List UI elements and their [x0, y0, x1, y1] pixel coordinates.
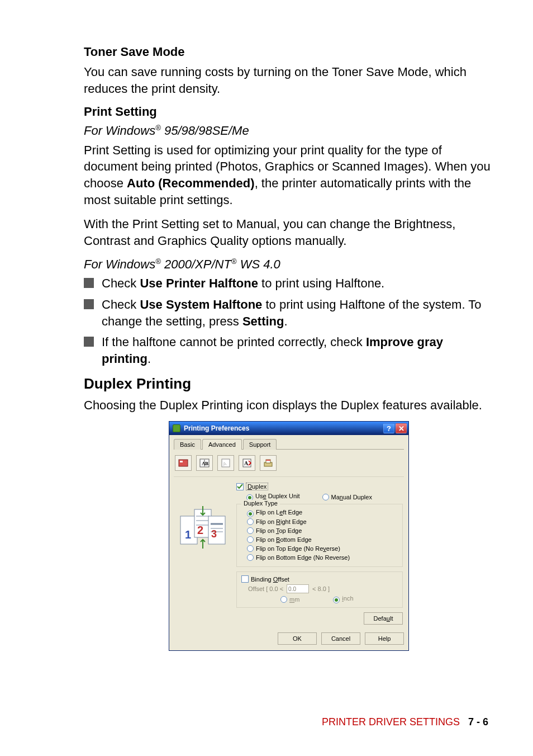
duplex-checkbox[interactable] [236, 483, 244, 490]
registered-mark-2: ® [155, 257, 161, 266]
svg-text:A: A [244, 460, 249, 466]
b3b: . [147, 352, 151, 366]
duplex-preview: 1 2 3 [175, 483, 231, 625]
flip-right-edge-radio[interactable]: Flip on Right EdgeFlip on Right Edge [247, 517, 398, 525]
text-windows-nt: For Windows® 2000/XP/NT® WS 4.0 [84, 257, 494, 272]
svg-rect-0 [179, 460, 188, 466]
win2-mid: 2000/XP/NT [161, 257, 231, 271]
svg-rect-12 [266, 460, 270, 461]
win2-post: WS 4.0 [237, 257, 280, 271]
registered-mark: ® [155, 124, 161, 132]
win1-pre: For Windows [84, 124, 155, 138]
b2a: Check [102, 297, 140, 311]
tab-advanced[interactable]: Advanced [202, 439, 242, 450]
titlebar-help-button[interactable]: ? [383, 423, 394, 433]
svg-text:3: 3 [211, 528, 217, 540]
dialog-title: Printing Preferences [184, 424, 249, 432]
toolbar-icon-watermark[interactable]: A [217, 455, 234, 471]
bullet-list: Check Use Printer Halftone to print usin… [84, 275, 494, 367]
toolbar-icon-1[interactable] [175, 455, 192, 471]
printing-preferences-dialog: Printing Preferences ? ✕ Basic Advanced … [169, 421, 409, 651]
win2-pre: For Windows [84, 257, 155, 271]
list-item: If the halftone cannot be printed correc… [84, 334, 494, 367]
help-button[interactable]: Help [365, 632, 404, 645]
svg-text:B: B [205, 461, 208, 466]
cancel-button[interactable]: Cancel [321, 632, 360, 645]
offset-range-pre: Offset [ 0.0 < [248, 585, 283, 592]
text-duplex-printing: Choosing the Duplex Printing icon displa… [84, 397, 494, 414]
duplex-type-title: Duplex Type [241, 500, 280, 507]
manual-duplex-radio[interactable]: Manual DuplexManual Duplex [322, 493, 372, 500]
toolbar-icon-page-setting[interactable]: A [239, 455, 255, 471]
use-duplex-unit-radio[interactable]: Use Duplex UnitUse Duplex Unit [246, 493, 300, 500]
binding-offset-label: Binding OffsetBinding Offset [251, 576, 289, 583]
svg-text:2: 2 [197, 524, 203, 536]
ps-p1-bold: Auto (Recommended) [127, 176, 255, 190]
b2c: . [284, 314, 288, 328]
heading-print-setting: Print Setting [84, 105, 494, 119]
unit-mm-radio[interactable]: mmmm [280, 595, 299, 603]
text-print-setting-p1: Print Setting is used for optimizing you… [84, 142, 494, 209]
list-item: Check Use System Halftone to print using… [84, 296, 494, 329]
tab-bar: Basic Advanced Support [174, 438, 404, 450]
toolbar-icon-device-options[interactable] [260, 455, 277, 471]
flip-left-edge-radio[interactable]: Flip on Left EdgeFlip on Left Edge [247, 509, 398, 516]
win1-post: 95/98/98SE/Me [161, 124, 249, 138]
tab-basic[interactable]: Basic [174, 439, 201, 450]
svg-rect-1 [180, 461, 183, 462]
titlebar-close-button[interactable]: ✕ [396, 423, 407, 433]
text-print-setting-p2: With the Print Setting set to Manual, yo… [84, 216, 494, 249]
b1-bold: Use Printer Halftone [140, 276, 258, 290]
b2-bold2: Setting [242, 314, 284, 328]
heading-duplex-printing: Duplex Printing [84, 375, 494, 393]
toolbar-icon-scaling[interactable]: AB [196, 455, 213, 471]
svg-text:1: 1 [185, 528, 191, 541]
flip-bottom-noreverse-radio[interactable]: Flip on Bottom Edge (No Reverse)Flip on … [247, 553, 398, 561]
ok-button[interactable]: OK [278, 632, 317, 645]
li-content: Check Use Printer Halftone to print usin… [102, 275, 384, 292]
text-windows-9x: For Windows® 95/98/98SE/Me [84, 124, 494, 138]
b3a: If the halftone cannot be printed correc… [102, 335, 366, 349]
li-content: Check Use System Halftone to print using… [102, 296, 494, 329]
b2-bold: Use System Halftone [140, 297, 262, 311]
default-button[interactable]: DefaultDefault [364, 612, 403, 625]
b1b: to print using Halftone. [258, 276, 384, 290]
footer-page: 7 - 6 [468, 716, 488, 727]
registered-mark-3: ® [231, 257, 237, 266]
b1a: Check [102, 276, 140, 290]
flip-bottom-edge-radio[interactable]: Flip on Bottom EdgeFlip on Bottom Edge [247, 535, 398, 543]
tab-support[interactable]: Support [243, 439, 277, 450]
binding-offset-checkbox[interactable] [241, 575, 249, 583]
flip-top-noreverse-radio[interactable]: Flip on Top Edge (No Reverse)Flip on Top… [247, 544, 398, 552]
square-bullet-icon [84, 278, 94, 288]
duplex-label: DDuplexuplex [246, 483, 268, 490]
icon-toolbar: AB A A [174, 453, 404, 477]
square-bullet-icon [84, 299, 94, 309]
binding-offset-group: Binding OffsetBinding Offset Offset [ 0.… [236, 571, 403, 608]
flip-top-edge-radio[interactable]: Flip on Top EdgeFlip on Top Edge [247, 526, 398, 534]
list-item: Check Use Printer Halftone to print usin… [84, 275, 494, 292]
text-toner-save: You can save running costs by turning on… [84, 64, 494, 97]
unit-inch-radio[interactable]: inchinch [333, 595, 353, 603]
app-icon [173, 424, 180, 432]
square-bullet-icon [84, 337, 94, 347]
offset-input[interactable] [287, 584, 309, 593]
offset-range-post: < 8.0 ] [312, 585, 330, 592]
titlebar: Printing Preferences ? ✕ [169, 422, 408, 435]
duplex-type-group: Duplex Type Flip on Left EdgeFlip on Lef… [236, 504, 403, 567]
footer-label: PRINTER DRIVER SETTINGS [322, 716, 460, 727]
li-content: If the halftone cannot be printed correc… [102, 334, 494, 367]
heading-toner-save: Toner Save Mode [84, 45, 494, 59]
page-footer: PRINTER DRIVER SETTINGS 7 - 6 [322, 716, 488, 728]
